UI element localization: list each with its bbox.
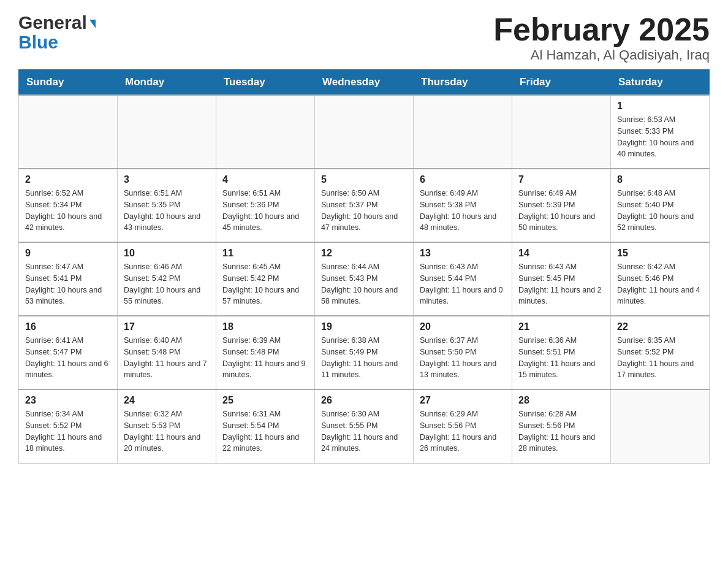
- week-row-1: 2Sunrise: 6:52 AM Sunset: 5:34 PM Daylig…: [19, 169, 710, 242]
- day-info: Sunrise: 6:47 AM Sunset: 5:41 PM Dayligh…: [25, 261, 111, 307]
- day-number: 10: [124, 248, 210, 259]
- week-row-2: 9Sunrise: 6:47 AM Sunset: 5:41 PM Daylig…: [19, 242, 710, 316]
- calendar-cell: 11Sunrise: 6:45 AM Sunset: 5:42 PM Dayli…: [216, 242, 315, 316]
- logo-general-text: General: [18, 12, 87, 33]
- day-number: 9: [25, 248, 111, 259]
- day-info: Sunrise: 6:41 AM Sunset: 5:47 PM Dayligh…: [25, 335, 111, 381]
- logo: General Blue: [18, 12, 96, 52]
- calendar-cell: 25Sunrise: 6:31 AM Sunset: 5:54 PM Dayli…: [216, 389, 315, 463]
- day-number: 25: [222, 395, 308, 406]
- calendar-cell: 26Sunrise: 6:30 AM Sunset: 5:55 PM Dayli…: [315, 389, 414, 463]
- day-number: 7: [518, 174, 604, 185]
- calendar-cell: [19, 95, 118, 169]
- day-info: Sunrise: 6:43 AM Sunset: 5:45 PM Dayligh…: [518, 261, 604, 307]
- day-info: Sunrise: 6:36 AM Sunset: 5:51 PM Dayligh…: [518, 335, 604, 381]
- calendar-cell: 6Sunrise: 6:49 AM Sunset: 5:38 PM Daylig…: [414, 169, 512, 242]
- calendar-cell: 12Sunrise: 6:44 AM Sunset: 5:43 PM Dayli…: [315, 242, 414, 316]
- col-monday: Monday: [118, 70, 216, 96]
- day-number: 27: [420, 395, 506, 406]
- calendar-header-row: Sunday Monday Tuesday Wednesday Thursday…: [19, 70, 710, 96]
- calendar-cell: 10Sunrise: 6:46 AM Sunset: 5:42 PM Dayli…: [118, 242, 216, 316]
- calendar-cell: 20Sunrise: 6:37 AM Sunset: 5:50 PM Dayli…: [414, 316, 512, 389]
- calendar-cell: 23Sunrise: 6:34 AM Sunset: 5:52 PM Dayli…: [19, 389, 118, 463]
- day-info: Sunrise: 6:31 AM Sunset: 5:54 PM Dayligh…: [222, 408, 308, 454]
- calendar-table: Sunday Monday Tuesday Wednesday Thursday…: [18, 69, 710, 464]
- day-info: Sunrise: 6:40 AM Sunset: 5:48 PM Dayligh…: [124, 335, 210, 381]
- title-area: February 2025 Al Hamzah, Al Qadisiyah, I…: [493, 12, 710, 63]
- day-number: 21: [518, 321, 604, 332]
- calendar-cell: [611, 389, 710, 463]
- calendar-cell: 8Sunrise: 6:48 AM Sunset: 5:40 PM Daylig…: [611, 169, 710, 242]
- location: Al Hamzah, Al Qadisiyah, Iraq: [493, 47, 710, 63]
- calendar-cell: 22Sunrise: 6:35 AM Sunset: 5:52 PM Dayli…: [611, 316, 710, 389]
- calendar-cell: 9Sunrise: 6:47 AM Sunset: 5:41 PM Daylig…: [19, 242, 118, 316]
- week-row-4: 23Sunrise: 6:34 AM Sunset: 5:52 PM Dayli…: [19, 389, 710, 463]
- day-number: 18: [222, 321, 308, 332]
- day-info: Sunrise: 6:42 AM Sunset: 5:46 PM Dayligh…: [617, 261, 703, 307]
- day-number: 15: [617, 248, 703, 259]
- day-info: Sunrise: 6:44 AM Sunset: 5:43 PM Dayligh…: [321, 261, 407, 307]
- calendar-cell: 13Sunrise: 6:43 AM Sunset: 5:44 PM Dayli…: [414, 242, 512, 316]
- calendar-cell: 24Sunrise: 6:32 AM Sunset: 5:53 PM Dayli…: [118, 389, 216, 463]
- day-number: 24: [124, 395, 210, 406]
- day-info: Sunrise: 6:34 AM Sunset: 5:52 PM Dayligh…: [25, 408, 111, 454]
- day-info: Sunrise: 6:49 AM Sunset: 5:39 PM Dayligh…: [518, 188, 604, 234]
- calendar-cell: [512, 95, 611, 169]
- day-number: 1: [617, 101, 703, 112]
- week-row-0: 1Sunrise: 6:53 AM Sunset: 5:33 PM Daylig…: [19, 95, 710, 169]
- col-friday: Friday: [512, 70, 611, 96]
- day-number: 13: [420, 248, 506, 259]
- week-row-3: 16Sunrise: 6:41 AM Sunset: 5:47 PM Dayli…: [19, 316, 710, 389]
- calendar-cell: 15Sunrise: 6:42 AM Sunset: 5:46 PM Dayli…: [611, 242, 710, 316]
- day-number: 26: [321, 395, 407, 406]
- day-info: Sunrise: 6:50 AM Sunset: 5:37 PM Dayligh…: [321, 188, 407, 234]
- day-number: 2: [25, 174, 111, 185]
- day-info: Sunrise: 6:39 AM Sunset: 5:48 PM Dayligh…: [222, 335, 308, 381]
- day-info: Sunrise: 6:51 AM Sunset: 5:36 PM Dayligh…: [222, 188, 308, 234]
- day-number: 19: [321, 321, 407, 332]
- calendar-cell: 17Sunrise: 6:40 AM Sunset: 5:48 PM Dayli…: [118, 316, 216, 389]
- day-number: 8: [617, 174, 703, 185]
- day-info: Sunrise: 6:30 AM Sunset: 5:55 PM Dayligh…: [321, 408, 407, 454]
- day-number: 3: [124, 174, 210, 185]
- day-number: 23: [25, 395, 111, 406]
- calendar-cell: [315, 95, 414, 169]
- day-number: 28: [518, 395, 604, 406]
- day-number: 17: [124, 321, 210, 332]
- day-info: Sunrise: 6:45 AM Sunset: 5:42 PM Dayligh…: [222, 261, 308, 307]
- calendar-cell: 27Sunrise: 6:29 AM Sunset: 5:56 PM Dayli…: [414, 389, 512, 463]
- month-title: February 2025: [493, 12, 710, 47]
- day-info: Sunrise: 6:37 AM Sunset: 5:50 PM Dayligh…: [420, 335, 506, 381]
- col-saturday: Saturday: [611, 70, 710, 96]
- calendar-cell: [216, 95, 315, 169]
- calendar-cell: 5Sunrise: 6:50 AM Sunset: 5:37 PM Daylig…: [315, 169, 414, 242]
- calendar-cell: 7Sunrise: 6:49 AM Sunset: 5:39 PM Daylig…: [512, 169, 611, 242]
- logo-blue-text: Blue: [18, 33, 58, 52]
- calendar-cell: 3Sunrise: 6:51 AM Sunset: 5:35 PM Daylig…: [118, 169, 216, 242]
- day-number: 20: [420, 321, 506, 332]
- day-info: Sunrise: 6:52 AM Sunset: 5:34 PM Dayligh…: [25, 188, 111, 234]
- day-info: Sunrise: 6:43 AM Sunset: 5:44 PM Dayligh…: [420, 261, 506, 307]
- day-number: 16: [25, 321, 111, 332]
- day-info: Sunrise: 6:29 AM Sunset: 5:56 PM Dayligh…: [420, 408, 506, 454]
- calendar-cell: 16Sunrise: 6:41 AM Sunset: 5:47 PM Dayli…: [19, 316, 118, 389]
- day-info: Sunrise: 6:48 AM Sunset: 5:40 PM Dayligh…: [617, 188, 703, 234]
- col-wednesday: Wednesday: [315, 70, 414, 96]
- col-sunday: Sunday: [19, 70, 118, 96]
- calendar-cell: [118, 95, 216, 169]
- day-info: Sunrise: 6:53 AM Sunset: 5:33 PM Dayligh…: [617, 114, 703, 160]
- calendar-cell: 4Sunrise: 6:51 AM Sunset: 5:36 PM Daylig…: [216, 169, 315, 242]
- day-info: Sunrise: 6:28 AM Sunset: 5:56 PM Dayligh…: [518, 408, 604, 454]
- day-info: Sunrise: 6:32 AM Sunset: 5:53 PM Dayligh…: [124, 408, 210, 454]
- calendar-cell: 14Sunrise: 6:43 AM Sunset: 5:45 PM Dayli…: [512, 242, 611, 316]
- calendar-cell: 19Sunrise: 6:38 AM Sunset: 5:49 PM Dayli…: [315, 316, 414, 389]
- calendar-cell: 28Sunrise: 6:28 AM Sunset: 5:56 PM Dayli…: [512, 389, 611, 463]
- day-number: 11: [222, 248, 308, 259]
- day-info: Sunrise: 6:46 AM Sunset: 5:42 PM Dayligh…: [124, 261, 210, 307]
- col-thursday: Thursday: [414, 70, 512, 96]
- day-number: 22: [617, 321, 703, 332]
- day-info: Sunrise: 6:35 AM Sunset: 5:52 PM Dayligh…: [617, 335, 703, 381]
- col-tuesday: Tuesday: [216, 70, 315, 96]
- page-header: General Blue February 2025 Al Hamzah, Al…: [18, 12, 710, 63]
- calendar-cell: 21Sunrise: 6:36 AM Sunset: 5:51 PM Dayli…: [512, 316, 611, 389]
